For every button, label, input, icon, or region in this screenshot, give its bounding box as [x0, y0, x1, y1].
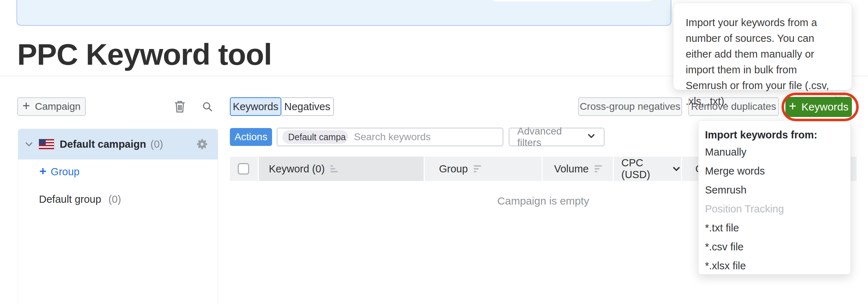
group-name: Default group [39, 193, 101, 205]
tab-keywords[interactable]: Keywords [230, 97, 281, 116]
chevron-down-icon [587, 131, 596, 143]
import-menu-header: Import keywords from: [705, 127, 844, 143]
sort-icon [474, 165, 481, 172]
table-header-volume[interactable]: Volume [543, 157, 613, 181]
ppc-keyword-tool-screen: PPC Keyword tool + Campaign Keywords Neg… [0, 0, 868, 304]
col-keyword-label: Keyword (0) [269, 163, 325, 175]
promo-banner-button-remnant [492, 0, 653, 1]
tab-negatives[interactable]: Negatives [281, 97, 334, 116]
sort-icon [595, 165, 602, 172]
advanced-filters-button[interactable]: Advanced filters [509, 128, 605, 146]
campaign-scope-chip[interactable]: Default campa [282, 130, 348, 144]
tab-keywords-label: Keywords [233, 101, 278, 113]
actions-button[interactable]: Actions [230, 128, 272, 146]
add-group-link[interactable]: + Group [39, 165, 79, 178]
menu-item-semrush[interactable]: Semrush [705, 181, 844, 200]
actions-label: Actions [235, 131, 267, 143]
page-title: PPC Keyword tool [17, 37, 272, 72]
add-campaign-label: Campaign [35, 101, 81, 112]
chevron-down-icon[interactable] [24, 139, 34, 149]
col-volume-label: Volume [554, 163, 589, 175]
select-all-checkbox[interactable] [238, 163, 249, 175]
keywords-tooltip: Import your keywords from a number of so… [673, 3, 852, 90]
cross-group-negatives-button[interactable]: Cross-group negatives [578, 97, 682, 116]
table-header-group[interactable]: Group [425, 157, 542, 181]
campaign-name: Default campaign [60, 138, 146, 150]
menu-item-txt-file[interactable]: *.txt file [705, 219, 844, 237]
search-campaign-icon[interactable] [202, 101, 213, 114]
delete-campaign-icon[interactable] [174, 100, 186, 114]
promo-banner [16, 0, 671, 26]
table-header-keyword[interactable]: Keyword (0) [259, 157, 424, 181]
gear-icon[interactable] [196, 138, 208, 150]
us-flag-icon [39, 139, 54, 149]
add-campaign-button[interactable]: + Campaign [17, 97, 86, 116]
menu-item-manually[interactable]: Manually [705, 143, 844, 162]
group-count: (0) [108, 193, 121, 205]
campaign-tree-row[interactable]: Default campaign (0) [18, 129, 218, 160]
sidebar-right-border [218, 129, 218, 304]
search-keywords-input[interactable] [353, 131, 503, 143]
table-header-cpc[interactable]: CPC (USD) [614, 157, 681, 181]
table-header-checkbox-cell [230, 157, 258, 181]
keyword-search-box: Default campa [277, 128, 503, 146]
import-keywords-menu: Import keywords from: Manually Merge wor… [698, 120, 851, 275]
campaign-count: (0) [151, 138, 163, 150]
menu-item-merge-words[interactable]: Merge words [705, 162, 844, 181]
sort-icon [330, 165, 338, 172]
annotation-highlight-ring [781, 93, 859, 121]
advanced-filters-label: Advanced filters [517, 126, 587, 148]
group-tree-row[interactable]: Default group (0) [39, 193, 121, 205]
tab-negatives-label: Negatives [284, 101, 330, 113]
col-group-label: Group [439, 163, 468, 175]
col-cpc-label: CPC (USD) [621, 157, 667, 181]
chevron-down-icon [672, 164, 681, 173]
menu-item-csv-file[interactable]: *.csv file [705, 237, 844, 256]
plus-icon: + [23, 99, 30, 112]
plus-icon: + [39, 164, 46, 178]
cross-group-negatives-label: Cross-group negatives [580, 101, 681, 112]
menu-item-xlsx-file[interactable]: *.xlsx file [705, 256, 844, 275]
menu-item-position-tracking: Position Tracking [705, 200, 844, 219]
add-group-label: Group [51, 166, 80, 178]
